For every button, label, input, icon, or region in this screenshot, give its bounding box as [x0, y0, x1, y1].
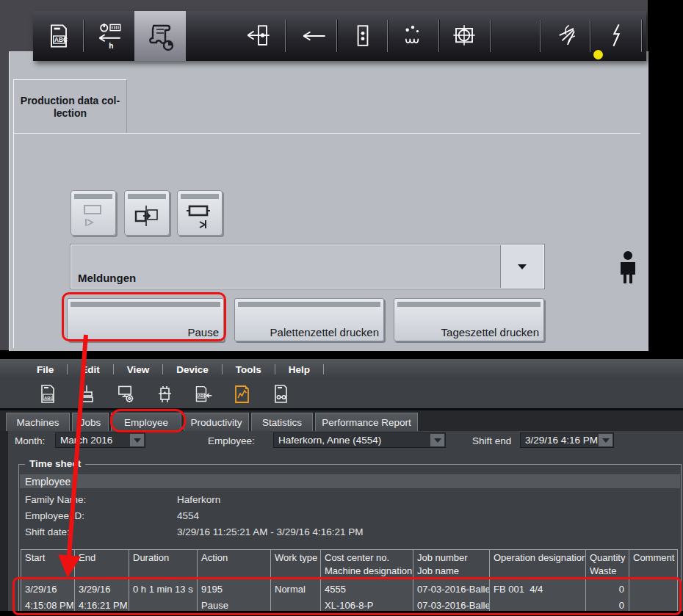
family-name-row: Family Name: Haferkorn	[19, 494, 681, 509]
register-target-icon[interactable]	[448, 18, 480, 54]
annotation-box-table-row	[12, 577, 682, 615]
tab-statistics[interactable]: Statistics	[251, 413, 313, 431]
svg-text:h: h	[109, 42, 113, 50]
print-day-note-button[interactable]: Tageszettel drucken	[394, 298, 544, 341]
chevron-down-icon[interactable]	[599, 434, 612, 446]
tab-jobs[interactable]: Jobs	[72, 413, 109, 431]
gate-icon[interactable]	[347, 18, 379, 54]
pallet-change-icon	[131, 201, 163, 231]
col-header-end[interactable]: End	[75, 550, 129, 579]
month-value: March 2016	[60, 435, 112, 446]
chevron-down-icon[interactable]	[130, 434, 144, 446]
system-settings-icon[interactable]	[116, 384, 135, 405]
employee-id-value: 4554	[177, 510, 199, 521]
status-dot-yellow	[593, 50, 603, 59]
menu-edit[interactable]: Edit	[79, 364, 101, 375]
employee-section-header: Employee	[20, 474, 680, 488]
tab-label-line2: lection	[14, 107, 126, 120]
pallet-transport-button[interactable]	[71, 190, 116, 236]
annotation-box-pause	[62, 292, 226, 341]
family-name-value: Haferkorn	[177, 494, 220, 505]
print-pallet-note-label: Palettenzettel drucken	[270, 326, 379, 338]
month-label: Month:	[15, 435, 45, 446]
employee-id-label: Employee ID:	[25, 510, 84, 521]
shift-date-row: Shift date: 3/29/16 11:25:21 AM - 3/29/1…	[19, 526, 681, 541]
production-report-icon[interactable]	[144, 18, 176, 54]
tab-performance-report[interactable]: Performance Report	[315, 413, 418, 431]
shift-date-value: 3/29/16 11:25:21 AM - 3/29/16 4:16:21 PM	[177, 526, 363, 537]
col-header-job-number[interactable]: Job numberJob name	[413, 550, 490, 579]
menu-bar: File Edit View Device Tools Help	[0, 359, 683, 380]
col-header-comment[interactable]: Comment	[629, 550, 678, 579]
power-fault-icon[interactable]	[600, 18, 632, 54]
shift-end-value: 3/29/16 4:16 PM	[525, 435, 598, 446]
menu-tools[interactable]: Tools	[234, 364, 263, 375]
tab-label-line1: Production data col-	[14, 95, 126, 107]
tab-bar: Machines Jobs Employee Productivity Stat…	[0, 410, 683, 431]
print-pallet-note-button[interactable]: Palettenzettel drucken	[234, 298, 384, 341]
employee-label: Employee:	[208, 435, 255, 446]
meldungen-combobox[interactable]: Meldungen	[71, 244, 544, 289]
pallet-eject-icon	[184, 201, 216, 231]
chevron-down-icon[interactable]	[430, 434, 444, 446]
print-day-note-label: Tageszettel drucken	[441, 326, 539, 338]
col-header-operation-designation[interactable]: Operation designation	[490, 550, 586, 579]
button-title-strip	[74, 194, 112, 199]
time-sheet-title: Time sheet	[25, 458, 85, 469]
button-title-strip	[181, 194, 219, 199]
tab-production-data-collection[interactable]: Production data col- lection	[13, 79, 127, 133]
family-name-label: Family Name:	[25, 494, 86, 505]
abc-import-icon[interactable]: ABC	[194, 384, 213, 405]
meldungen-dropdown-button[interactable]	[500, 245, 543, 288]
menu-device[interactable]: Device	[175, 364, 210, 375]
menu-file[interactable]: File	[35, 364, 55, 375]
tab-productivity[interactable]: Productivity	[184, 413, 249, 431]
tool-bar: ABC ABC	[0, 380, 683, 408]
chevron-down-icon	[518, 264, 527, 269]
employee-id-row: Employee ID: 4554	[19, 510, 681, 525]
panel-edge	[0, 431, 8, 611]
material-in-icon[interactable]	[242, 18, 275, 54]
shift-end-label: Shift end	[472, 435, 511, 446]
month-select[interactable]: March 2016	[55, 432, 145, 448]
menu-view[interactable]: View	[126, 364, 151, 375]
svg-text:ABC: ABC	[198, 394, 206, 398]
col-header-start[interactable]: Start	[21, 550, 75, 579]
col-header-duration[interactable]: Duration	[129, 550, 198, 579]
employee-select[interactable]: Haferkorn, Anne (4554)	[273, 432, 446, 448]
menu-help[interactable]: Help	[287, 364, 311, 375]
button-title-strip	[238, 302, 380, 307]
pallet-eject-button[interactable]	[177, 190, 223, 236]
svg-text:ABC: ABC	[44, 396, 54, 400]
col-header-work-type[interactable]: Work type	[271, 550, 321, 579]
abc-document-icon[interactable]: ABC	[38, 384, 57, 405]
svg-text:ABC: ABC	[54, 37, 68, 43]
col-header-action[interactable]: Action	[198, 550, 271, 579]
meldungen-label: Meldungen	[78, 272, 136, 284]
pallet-transport-icon	[77, 201, 109, 231]
col-header-cost-center[interactable]: Cost center no.Machine designation	[321, 550, 413, 579]
annotation-box-employee-tab	[110, 409, 186, 432]
employee-value: Haferkorn, Anne (4554)	[278, 435, 381, 446]
shift-end-select[interactable]: 3/29/16 4:16 PM	[520, 432, 614, 448]
tab-machines[interactable]: Machines	[6, 413, 70, 431]
report-chart-icon[interactable]	[233, 384, 252, 405]
wash-icon[interactable]	[397, 18, 429, 54]
shift-date-label: Shift date:	[25, 526, 70, 537]
button-title-strip	[128, 194, 166, 199]
machine-toolbar: ABC h	[33, 11, 646, 61]
structure-document-icon[interactable]	[272, 384, 291, 405]
operator-person-icon	[618, 250, 638, 286]
button-title-strip	[397, 302, 541, 307]
machine-icon[interactable]	[155, 384, 174, 405]
arrow-left-icon[interactable]	[297, 18, 330, 54]
shift-start-icon[interactable]: h	[94, 18, 126, 54]
pallet-sheets-icon[interactable]	[77, 384, 96, 405]
pallet-change-button[interactable]	[124, 190, 170, 236]
spray-icon[interactable]	[549, 18, 582, 54]
col-header-quantity[interactable]: QuantityWaste	[586, 550, 629, 579]
abc-document-icon[interactable]: ABC	[43, 18, 75, 54]
